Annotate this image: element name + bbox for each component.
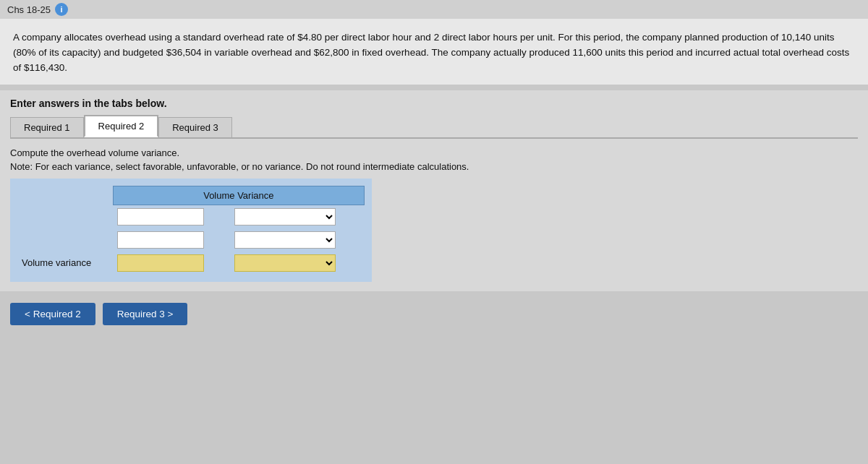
tabs-wrapper: Required 1 Required 2 Required 3 bbox=[0, 115, 868, 139]
tab1-label: Required 1 bbox=[24, 122, 70, 133]
row1-input-wrapper[interactable] bbox=[117, 208, 204, 225]
tab-required2[interactable]: Required 2 bbox=[84, 115, 159, 137]
row2-label bbox=[17, 228, 113, 252]
tab3-label: Required 3 bbox=[172, 122, 218, 133]
table-row-volume-variance: Volume variance Favorable Unfavorable bbox=[17, 252, 365, 275]
problem-description: A company allocates overhead using a sta… bbox=[13, 32, 849, 73]
row1-label bbox=[17, 205, 113, 228]
required2-button-label: < Required 2 bbox=[25, 309, 81, 319]
row1-select[interactable]: Favorable Unfavorable No variance bbox=[235, 209, 335, 225]
tab-required3[interactable]: Required 3 bbox=[158, 117, 232, 137]
divider-space bbox=[0, 85, 868, 90]
volume-variance-select[interactable]: Favorable Unfavorable No variance bbox=[235, 255, 335, 271]
row1-select-wrapper[interactable]: Favorable Unfavorable No variance bbox=[234, 208, 336, 225]
variance-table: Volume Variance bbox=[17, 186, 365, 275]
row2-input-cell bbox=[113, 228, 229, 252]
volume-variance-header: Volume Variance bbox=[113, 186, 364, 205]
volume-variance-input-cell bbox=[113, 252, 229, 275]
volume-variance-label: Volume variance bbox=[17, 252, 113, 275]
required3-button[interactable]: Required 3 > bbox=[103, 303, 188, 325]
instruction-area: Enter answers in the tabs below. bbox=[0, 90, 868, 115]
compute-instructions: Compute the overhead volume variance. No… bbox=[10, 146, 858, 174]
row1-select-cell: Favorable Unfavorable No variance bbox=[230, 205, 365, 228]
chapter-label: Chs 18-25 bbox=[7, 4, 51, 15]
required2-button[interactable]: < Required 2 bbox=[10, 303, 95, 325]
volume-variance-input-wrapper[interactable] bbox=[117, 254, 204, 272]
navigation-buttons: < Required 2 Required 3 > bbox=[0, 303, 868, 325]
row2-input[interactable] bbox=[118, 232, 203, 248]
row1-input[interactable] bbox=[118, 209, 203, 225]
volume-variance-select-cell: Favorable Unfavorable No variance bbox=[230, 252, 365, 275]
problem-text-area: A company allocates overhead using a sta… bbox=[0, 19, 868, 85]
tab2-label: Required 2 bbox=[98, 121, 145, 132]
volume-variance-select-wrapper[interactable]: Favorable Unfavorable No variance bbox=[234, 254, 336, 272]
table-row-1: Favorable Unfavorable No variance bbox=[17, 205, 365, 228]
volume-variance-input[interactable] bbox=[118, 255, 203, 271]
row2-select[interactable]: Favorable Unfavorable No variance bbox=[235, 232, 335, 248]
variance-table-wrapper: Volume Variance bbox=[10, 179, 372, 282]
compute-line1: Compute the overhead volume variance. bbox=[10, 146, 858, 160]
info-icon: i bbox=[55, 3, 68, 16]
row2-select-cell: Favorable Unfavorable No variance bbox=[230, 228, 365, 252]
instruction-text: Enter answers in the tabs below. bbox=[10, 98, 167, 109]
row2-input-wrapper[interactable] bbox=[117, 231, 204, 249]
row2-select-wrapper[interactable]: Favorable Unfavorable No variance bbox=[234, 231, 336, 249]
table-row-2: Favorable Unfavorable No variance bbox=[17, 228, 365, 252]
top-bar: Chs 18-25 i bbox=[0, 0, 868, 19]
tab-row: Required 1 Required 2 Required 3 bbox=[10, 115, 858, 139]
compute-line2: Note: For each variance, select favorabl… bbox=[10, 160, 858, 174]
tab-required1[interactable]: Required 1 bbox=[10, 117, 84, 137]
row1-input-cell bbox=[113, 205, 229, 228]
tab-content-area: Compute the overhead volume variance. No… bbox=[0, 139, 868, 291]
required3-button-label: Required 3 > bbox=[117, 309, 174, 319]
